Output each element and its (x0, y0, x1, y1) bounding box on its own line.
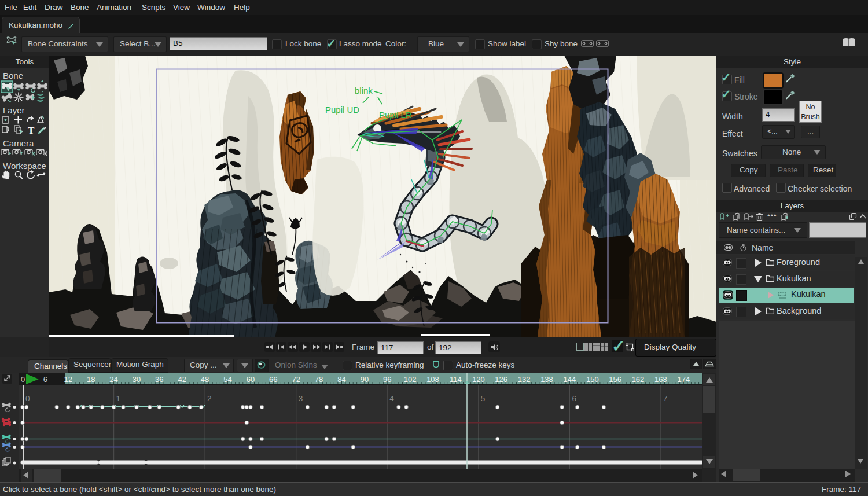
svg-text:150: 150 (586, 375, 599, 384)
svg-text:blink: blink (355, 86, 373, 95)
svg-text:84: 84 (337, 375, 345, 384)
svg-text:4: 4 (389, 394, 394, 403)
svg-text:Pupil UD: Pupil UD (325, 105, 359, 115)
svg-text:12: 12 (64, 375, 72, 384)
svg-text:162: 162 (632, 375, 645, 384)
svg-text:102: 102 (404, 375, 417, 384)
svg-text:24: 24 (109, 375, 117, 384)
svg-text:3: 3 (299, 394, 303, 403)
svg-text:1: 1 (116, 394, 121, 403)
svg-text:108: 108 (426, 375, 439, 384)
svg-text:Pupil LR: Pupil LR (379, 110, 412, 120)
svg-text:120: 120 (472, 375, 485, 384)
svg-text:2: 2 (207, 394, 212, 403)
svg-text:30: 30 (133, 375, 141, 384)
svg-text:156: 156 (609, 375, 621, 384)
svg-text:60: 60 (247, 375, 255, 384)
svg-text:144: 144 (564, 375, 576, 384)
svg-text:132: 132 (518, 375, 531, 384)
svg-text:168: 168 (654, 375, 667, 384)
svg-text:48: 48 (201, 375, 209, 384)
svg-text:0: 0 (25, 394, 30, 403)
svg-text:78: 78 (315, 375, 323, 384)
svg-text:54: 54 (223, 375, 231, 384)
svg-text:174: 174 (677, 375, 690, 384)
svg-text:0: 0 (21, 375, 25, 384)
svg-text:6: 6 (572, 394, 576, 403)
svg-text:36: 36 (155, 375, 163, 384)
svg-text:7: 7 (663, 394, 668, 403)
svg-text:114: 114 (450, 375, 462, 384)
svg-text:90: 90 (361, 375, 369, 384)
svg-text:72: 72 (292, 375, 300, 384)
svg-text:42: 42 (178, 375, 186, 384)
svg-text:96: 96 (383, 375, 391, 384)
svg-text:5: 5 (481, 394, 486, 403)
svg-text:18: 18 (87, 375, 95, 384)
svg-text:126: 126 (495, 375, 507, 384)
svg-text:6: 6 (43, 375, 47, 384)
svg-text:T: T (28, 125, 35, 136)
svg-text:138: 138 (540, 375, 553, 384)
svg-text:66: 66 (269, 375, 277, 384)
